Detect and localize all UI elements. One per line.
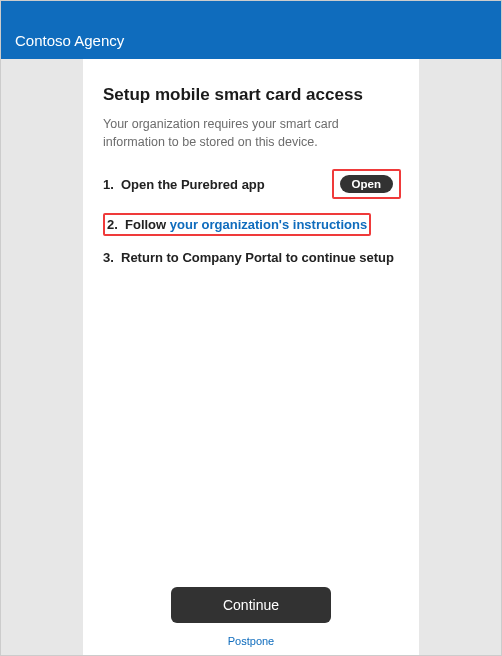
step-2-prefix: Follow <box>125 217 170 232</box>
open-button-highlight: Open <box>332 169 401 199</box>
app-header: Contoso Agency <box>1 1 501 59</box>
page-title: Setup mobile smart card access <box>103 85 401 105</box>
step-2-highlight: 2. Follow your organization's instructio… <box>103 213 371 236</box>
open-button[interactable]: Open <box>340 175 393 193</box>
bottom-actions: Continue Postpone <box>83 587 419 647</box>
app-title: Contoso Agency <box>15 32 124 49</box>
step-2-number: 2. <box>107 217 125 232</box>
postpone-link[interactable]: Postpone <box>228 635 274 647</box>
step-2-text: Follow your organization's instructions <box>125 217 367 232</box>
page-subtitle: Your organization requires your smart ca… <box>103 115 401 151</box>
continue-button[interactable]: Continue <box>171 587 331 623</box>
content-wrapper: Setup mobile smart card access Your orga… <box>1 59 501 655</box>
step-1-number: 1. <box>103 177 121 192</box>
step-1-text: Open the Purebred app <box>121 177 265 192</box>
step-1: 1. Open the Purebred app Open <box>103 169 401 199</box>
step-2: 2. Follow your organization's instructio… <box>103 213 401 236</box>
step-3-text: Return to Company Portal to continue set… <box>121 250 401 265</box>
step-3: 3. Return to Company Portal to continue … <box>103 250 401 265</box>
main-panel: Setup mobile smart card access Your orga… <box>83 59 419 655</box>
steps-list: 1. Open the Purebred app Open 2. Follow … <box>103 169 401 265</box>
step-3-number: 3. <box>103 250 121 265</box>
instructions-link[interactable]: your organization's instructions <box>170 217 367 232</box>
